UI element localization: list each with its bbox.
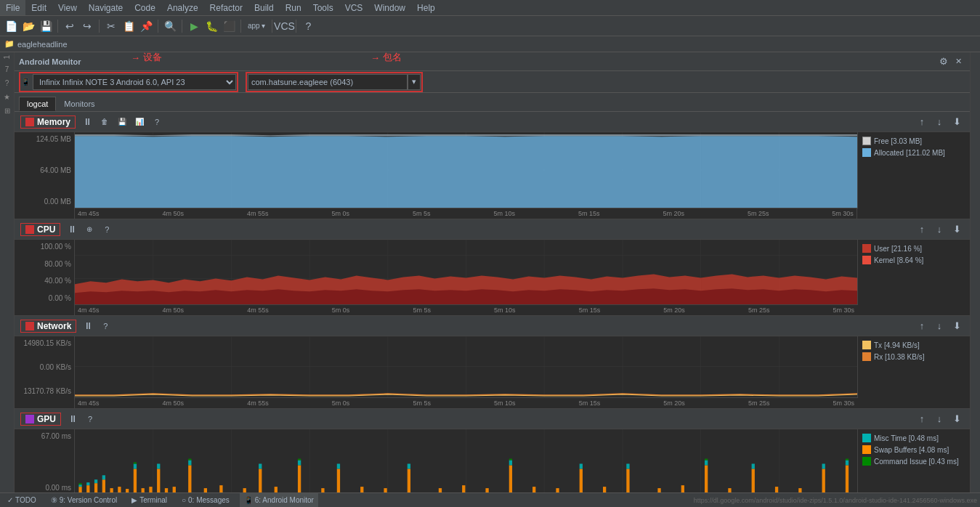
svg-marker-12	[75, 136, 857, 208]
gpu-help[interactable]: ?	[83, 412, 97, 426]
cpu-export[interactable]: ⬇	[949, 222, 964, 237]
network-title-box: Network	[20, 320, 76, 333]
gpu-export[interactable]: ⬇	[949, 412, 964, 426]
memory-alloc[interactable]: 📊	[132, 115, 147, 129]
cpu-help[interactable]: ?	[100, 222, 114, 237]
toolbar-new[interactable]: 📄	[3, 18, 19, 34]
gpu-down[interactable]: ↓	[932, 412, 947, 426]
network-down[interactable]: ↓	[932, 319, 947, 333]
network-help[interactable]: ?	[98, 319, 113, 333]
network-export[interactable]: ⬇	[949, 319, 964, 333]
svg-rect-88	[705, 465, 708, 492]
tab-monitors[interactable]: Monitors	[56, 97, 102, 111]
status-tab-android-monitor[interactable]: 📱 6: Android Monitor	[240, 493, 318, 507]
cpu-pause[interactable]: ⏸	[65, 222, 79, 237]
menu-bar: File Edit View Navigate Code Analyze Ref…	[0, 0, 980, 16]
menu-window[interactable]: Window	[368, 0, 411, 15]
network-title: Network	[37, 321, 71, 331]
tab-logcat[interactable]: logcat	[19, 97, 56, 111]
menu-navigate[interactable]: Navigate	[83, 0, 129, 15]
menu-tools[interactable]: Tools	[307, 0, 339, 15]
sidebar-favorites-icon[interactable]: ★	[4, 93, 10, 101]
menu-refactor[interactable]: Refactor	[204, 0, 248, 15]
toolbar-help[interactable]: ?	[300, 18, 316, 34]
network-time-axis: 4m 45s 4m 50s 4m 55s 5m 0s 5m 5s 5m 10s …	[74, 398, 857, 408]
svg-rect-60	[142, 488, 145, 492]
cpu-controls: ⏸ ⊕ ?	[65, 222, 114, 237]
toolbar: 📄 📂 💾 ↩ ↪ ✂ 📋 📌 🔍 ▶ 🐛 ⬛ app ▾ VCS ?	[0, 16, 980, 36]
menu-vcs[interactable]: VCS	[339, 0, 369, 15]
gpu-pause[interactable]: ⏸	[65, 412, 80, 426]
svg-rect-87	[681, 485, 684, 492]
toolbar-run[interactable]: ▶	[186, 18, 202, 34]
cpu-down[interactable]: ↓	[932, 222, 947, 237]
svg-rect-105	[408, 463, 410, 469]
gpu-section: GPU ⏸ ? ↑ ↓ ⬇ 67	[15, 409, 970, 492]
project-folder-icon: 📁	[4, 39, 15, 49]
svg-rect-73	[337, 469, 340, 492]
svg-rect-111	[822, 463, 825, 469]
network-controls: ⏸ ?	[81, 319, 113, 333]
device-dropdown[interactable]: Infinix Infinix NOTE 3 Android 6.0, API …	[33, 74, 236, 90]
memory-dump[interactable]: 💾	[115, 115, 129, 129]
svg-rect-104	[337, 463, 340, 469]
toolbar-cut[interactable]: ✂	[103, 18, 119, 34]
memory-chart-container: 124.05 MB 64.00 MB 0.00 MB	[15, 132, 970, 208]
cpu-title: CPU	[37, 224, 55, 235]
android-monitor-header: Android Monitor ⚙ ✕	[15, 52, 970, 71]
toolbar-stop[interactable]: ⬛	[221, 18, 237, 34]
sidebar-captures-icon[interactable]: ?	[5, 79, 9, 87]
toolbar-save[interactable]: 💾	[38, 18, 54, 34]
menu-file[interactable]: File	[0, 0, 25, 15]
status-tab-todo[interactable]: ✓ TODO	[3, 493, 41, 507]
toolbar-debug[interactable]: 🐛	[203, 18, 219, 34]
menu-help[interactable]: Help	[411, 0, 441, 15]
status-tab-terminal[interactable]: ▶ Terminal	[127, 493, 171, 507]
network-pause[interactable]: ⏸	[81, 319, 95, 333]
svg-rect-72	[321, 488, 324, 492]
memory-up[interactable]: ↑	[915, 115, 929, 129]
memory-down[interactable]: ↓	[932, 115, 947, 129]
cpu-method[interactable]: ⊕	[82, 222, 97, 237]
network-chart-container: 14980.15 KB/s 0.00 KB/s 13170.78 KB/s	[15, 336, 970, 398]
package-input[interactable]	[248, 74, 408, 90]
memory-export[interactable]: ⬇	[949, 115, 964, 129]
menu-code[interactable]: Code	[129, 0, 161, 15]
menu-view[interactable]: View	[52, 0, 83, 15]
sidebar-variants-icon[interactable]: ⊞	[4, 107, 10, 115]
menu-build[interactable]: Build	[248, 0, 280, 15]
status-tab-vcs[interactable]: ⑨ 9: Version Control	[46, 493, 122, 507]
svg-rect-64	[173, 487, 176, 492]
android-monitor-settings[interactable]: ⚙	[936, 54, 951, 69]
svg-rect-67	[219, 485, 222, 492]
toolbar-paste[interactable]: 📌	[138, 18, 154, 34]
toolbar-copy[interactable]: 📋	[121, 18, 137, 34]
package-dropdown-arrow[interactable]: ▾	[408, 74, 421, 90]
network-up[interactable]: ↑	[915, 319, 929, 333]
sidebar-structure-icon[interactable]: 7	[5, 65, 9, 73]
toolbar-open[interactable]: 📂	[20, 18, 36, 34]
svg-rect-62	[157, 469, 160, 492]
messages-icon: ○	[182, 496, 186, 504]
svg-rect-57	[118, 487, 121, 492]
gpu-chart-svg	[75, 429, 857, 492]
toolbar-undo[interactable]: ↩	[62, 18, 78, 34]
cpu-time-axis: 4m 45s 4m 50s 4m 55s 5m 0s 5m 5s 5m 10s …	[74, 305, 857, 315]
gpu-up[interactable]: ↑	[915, 412, 929, 426]
menu-run[interactable]: Run	[280, 0, 307, 15]
menu-analyze[interactable]: Analyze	[161, 0, 204, 15]
gpu-header: GPU ⏸ ? ↑ ↓ ⬇	[15, 409, 970, 429]
status-tab-messages[interactable]: ○ 0: Messages	[177, 493, 234, 507]
memory-help[interactable]: ?	[150, 115, 164, 129]
menu-edit[interactable]: Edit	[25, 0, 52, 15]
cpu-up[interactable]: ↑	[915, 222, 929, 237]
memory-gc[interactable]: 🗑	[97, 115, 112, 129]
toolbar-vcs[interactable]: VCS	[276, 18, 292, 34]
sidebar-project-icon[interactable]: 1	[3, 55, 11, 60]
svg-rect-76	[408, 469, 410, 492]
memory-pause[interactable]: ⏸	[80, 115, 94, 129]
toolbar-redo[interactable]: ↪	[79, 18, 95, 34]
device-phone-icon: 📱	[21, 78, 30, 86]
toolbar-find[interactable]: 🔍	[162, 18, 178, 34]
android-monitor-close[interactable]: ✕	[951, 54, 965, 69]
